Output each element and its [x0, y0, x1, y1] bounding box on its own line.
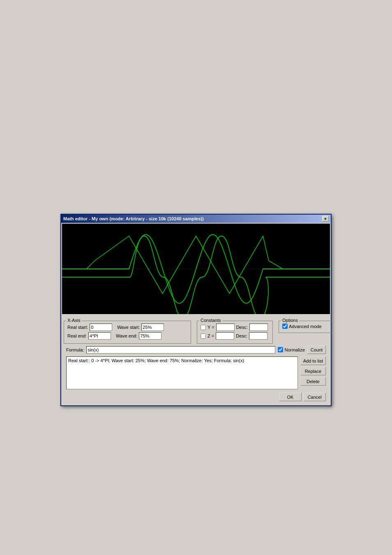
- math-editor-dialog: Math editor - My own (mode: Arbitrary - …: [60, 214, 332, 406]
- list-item: Real start:: 0 -> 4*PI; Wave start: 25%;…: [67, 358, 297, 363]
- advanced-mode-label: Advanced mode: [289, 324, 322, 329]
- real-start-row: Real start: Wave start:: [67, 324, 187, 331]
- normalize-checkbox[interactable]: [278, 347, 283, 352]
- title-bar-controls: ×: [322, 216, 329, 222]
- options-legend: Options: [281, 318, 299, 323]
- formula-label: Formula:: [66, 347, 84, 352]
- wave-end-input[interactable]: [139, 332, 161, 340]
- controls-row: X-Axis Real start: Wave start: Real end:…: [64, 317, 328, 344]
- z-desc-label: Desc:: [236, 333, 247, 338]
- replace-button[interactable]: Replace: [300, 367, 326, 375]
- normalize-label: Normalize: [284, 347, 305, 352]
- ok-button[interactable]: OK: [279, 393, 302, 401]
- constants-legend: Constants: [199, 318, 222, 323]
- y-label: Y =: [208, 325, 214, 330]
- real-start-label: Real start:: [67, 325, 88, 330]
- xaxis-legend: X-Axis: [66, 318, 82, 323]
- real-end-input[interactable]: [88, 332, 111, 340]
- title-bar: Math editor - My own (mode: Arbitrary - …: [61, 215, 331, 223]
- side-buttons: Add to list Replace Delete: [300, 356, 326, 389]
- advanced-mode-row: Advanced mode: [282, 324, 328, 329]
- real-end-row: Real end: Wave end:: [67, 332, 187, 340]
- z-checkbox[interactable]: [201, 333, 206, 339]
- controls-area: X-Axis Real start: Wave start: Real end:…: [61, 315, 331, 405]
- cancel-button[interactable]: Cancel: [303, 393, 326, 401]
- formula-list[interactable]: Real start:: 0 -> 4*PI; Wave start: 25%;…: [66, 356, 298, 389]
- close-button[interactable]: ×: [322, 216, 329, 222]
- dialog-title: Math editor - My own (mode: Arbitrary - …: [63, 216, 204, 221]
- z-desc-input[interactable]: [249, 332, 267, 340]
- z-input[interactable]: [216, 332, 234, 340]
- z-label: Z =: [208, 333, 214, 338]
- bottom-section: Real start:: 0 -> 4*PI; Wave start: 25%;…: [64, 356, 328, 391]
- formula-input[interactable]: [86, 346, 275, 354]
- count-button[interactable]: Count: [307, 345, 326, 354]
- delete-button[interactable]: Delete: [300, 377, 326, 386]
- wave-start-label: Wave start:: [117, 325, 140, 330]
- formula-row: Formula: Normalize Count: [64, 344, 328, 356]
- y-row: Y = Desc:: [201, 324, 269, 331]
- y-desc-label: Desc:: [236, 325, 248, 330]
- y-checkbox[interactable]: [201, 325, 206, 330]
- y-input[interactable]: [216, 324, 235, 331]
- waveform-display: .wave { fill: none; stroke: #00bb00; str…: [62, 224, 330, 314]
- real-end-label: Real end:: [67, 333, 87, 338]
- wave-start-input[interactable]: [141, 324, 164, 331]
- ok-cancel-row: OK Cancel: [64, 391, 328, 404]
- y-desc-input[interactable]: [249, 324, 268, 331]
- z-row: Z = Desc:: [201, 332, 269, 340]
- normalize-check: Normalize: [278, 347, 305, 352]
- add-to-list-button[interactable]: Add to list: [300, 356, 326, 365]
- advanced-mode-checkbox[interactable]: [282, 324, 288, 329]
- real-start-input[interactable]: [90, 324, 112, 331]
- wave-end-label: Wave end:: [116, 333, 137, 338]
